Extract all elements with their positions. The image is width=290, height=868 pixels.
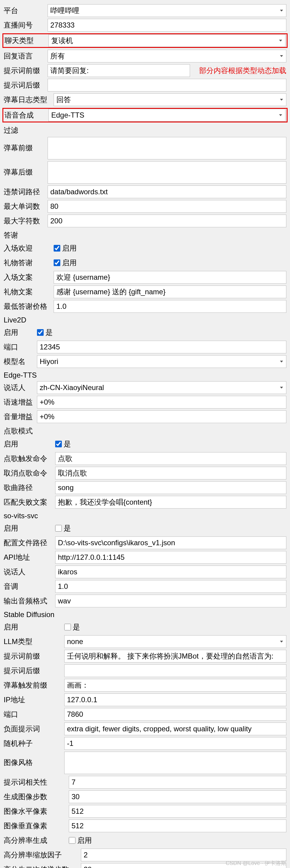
live2d-model-select[interactable]: Hiyori: [37, 355, 286, 368]
sd-section: Stable Diffusion 启用 是 LLM类型 none 提示词前缀 提…: [4, 610, 286, 868]
danmu-suffix-input[interactable]: [47, 161, 286, 184]
sovits-pitch-input[interactable]: [55, 580, 286, 593]
sd-steps-input[interactable]: [69, 790, 286, 803]
max-chars-input[interactable]: [47, 215, 286, 227]
sd-llm-select[interactable]: none: [64, 635, 286, 648]
room-input[interactable]: [47, 19, 286, 32]
filter-title: 过滤: [4, 125, 286, 135]
sd-style-input[interactable]: [64, 752, 286, 774]
sd-height-input[interactable]: [69, 819, 286, 832]
platform-select[interactable]: 哔哩哔哩: [47, 4, 286, 17]
sd-style-row: 图像风格: [4, 752, 286, 774]
sovits-api-input[interactable]: [55, 551, 286, 564]
song-fail-input[interactable]: [55, 496, 286, 508]
danmu-log-select[interactable]: 回答: [54, 93, 286, 106]
danmu-suffix-row: 弹幕后缀: [4, 161, 286, 184]
prompt-prefix-input[interactable]: [47, 64, 190, 77]
sd-neg-input[interactable]: [64, 722, 286, 735]
sovits-api-label: API地址: [4, 553, 55, 562]
live2d-section: Live2D 启用 是 端口 模型名 Hiyori: [4, 316, 286, 368]
enter-text-row: 入场文案: [4, 271, 286, 284]
song-trigger-row: 点歌触发命令: [4, 452, 286, 465]
sovits-speaker-label: 说话人: [4, 567, 55, 577]
sd-cfg-input[interactable]: [69, 776, 286, 788]
sd-llm-row: LLM类型 none: [4, 635, 286, 648]
edge-volume-label: 音量增益: [4, 412, 37, 422]
sd-port-input[interactable]: [64, 708, 286, 721]
prompt-suffix-input[interactable]: [47, 79, 286, 92]
danmu-prefix-input[interactable]: [47, 137, 286, 159]
live2d-port-label: 端口: [4, 342, 37, 352]
sd-ip-label: IP地址: [4, 695, 64, 705]
danmu-log-value: 回答: [56, 95, 71, 104]
tts-row: 语音合成 Edge-TTS: [2, 108, 288, 122]
enter-text-input[interactable]: [54, 271, 286, 284]
sd-hires-steps-label: 高分生二次传递步数: [4, 865, 81, 868]
song-enable-checkbox[interactable]: [55, 441, 62, 447]
live2d-port-input[interactable]: [37, 341, 286, 353]
enter-welcome-chk-label: 启用: [62, 243, 77, 253]
platform-row: 平台 哔哩哔哩: [4, 4, 286, 17]
gift-text-row: 礼物文案: [4, 285, 286, 298]
sd-seed-label: 随机种子: [4, 739, 64, 748]
max-words-input[interactable]: [47, 200, 286, 213]
sd-hires-chk-label: 启用: [77, 836, 92, 845]
tts-select[interactable]: Edge-TTS: [49, 109, 286, 122]
edge-speaker-value: zh-CN-XiaoyiNeural: [40, 383, 104, 392]
song-cancel-input[interactable]: [55, 467, 286, 479]
song-path-input[interactable]: [55, 481, 286, 494]
song-title: 点歌模式: [4, 426, 286, 436]
song-fail-label: 匹配失败文案: [4, 497, 55, 507]
live2d-enable-checkbox[interactable]: [37, 329, 44, 336]
chat-type-select[interactable]: 复读机: [49, 34, 286, 47]
sd-port-label: 端口: [4, 710, 64, 719]
thanks-title: 答谢: [4, 230, 286, 240]
sd-hires-checkbox[interactable]: [69, 837, 75, 844]
sovits-format-input[interactable]: [55, 595, 286, 607]
sovits-enable-label: 启用: [4, 523, 55, 533]
sovits-speaker-input[interactable]: [55, 565, 286, 578]
sd-ip-row: IP地址: [4, 693, 286, 706]
edge-section: Edge-TTS 说话人 zh-CN-XiaoyiNeural 语速增益 音量增…: [4, 371, 286, 423]
enter-welcome-checkbox[interactable]: [54, 245, 60, 252]
sd-prefix-input[interactable]: [64, 650, 286, 662]
song-path-row: 歌曲路径: [4, 481, 286, 494]
platform-label: 平台: [4, 6, 47, 16]
min-price-label: 最低答谢价格: [4, 302, 54, 311]
sd-width-row: 图像水平像素: [4, 805, 286, 818]
reply-lang-label: 回复语言: [4, 51, 47, 61]
sovits-config-input[interactable]: [55, 536, 286, 549]
badwords-input[interactable]: [47, 185, 286, 198]
sd-enable-checkbox[interactable]: [64, 624, 71, 630]
edge-volume-input[interactable]: [37, 410, 286, 423]
reply-lang-select[interactable]: 所有: [47, 50, 286, 62]
sd-llm-label: LLM类型: [4, 637, 64, 647]
max-chars-label: 最大字符数: [4, 216, 47, 226]
sd-width-input[interactable]: [69, 805, 286, 818]
prompt-prefix-label: 提示词前缀: [4, 66, 47, 75]
min-price-input[interactable]: [54, 300, 286, 313]
gift-text-input[interactable]: [54, 285, 286, 298]
sd-seed-input[interactable]: [64, 737, 286, 750]
sd-steps-row: 生成图像步数: [4, 790, 286, 803]
sovits-enable-checkbox[interactable]: [55, 525, 62, 532]
song-cancel-row: 取消点歌命令: [4, 467, 286, 479]
sd-ip-input[interactable]: [64, 693, 286, 706]
edge-volume-row: 音量增益: [4, 410, 286, 423]
enter-welcome-label: 入场欢迎: [4, 243, 54, 253]
min-price-row: 最低答谢价格: [4, 300, 286, 313]
sd-neg-row: 负面提示词: [4, 722, 286, 735]
sd-trigger-input[interactable]: [64, 679, 286, 692]
sd-suffix-input[interactable]: [64, 664, 286, 677]
sovits-config-row: 配置文件路径: [4, 536, 286, 549]
sd-prefix-label: 提示词前缀: [4, 651, 64, 661]
watermark: CSDN @Love · 伊卡洛斯: [226, 860, 286, 867]
gift-thanks-checkbox[interactable]: [54, 259, 60, 266]
edge-rate-input[interactable]: [37, 396, 286, 408]
song-section: 点歌模式 启用 是 点歌触发命令 取消点歌命令 歌曲路径 匹配失败文案: [4, 426, 286, 508]
edge-speaker-select[interactable]: zh-CN-XiaoyiNeural: [37, 381, 286, 394]
danmu-log-label: 弹幕日志类型: [4, 95, 54, 104]
song-trigger-input[interactable]: [55, 452, 286, 465]
settings-form: 平台 哔哩哔哩 直播间号 聊天类型 复读机 回复语言 所有 提示词前缀 部分内容…: [0, 0, 290, 868]
gift-thanks-label: 礼物答谢: [4, 258, 54, 268]
